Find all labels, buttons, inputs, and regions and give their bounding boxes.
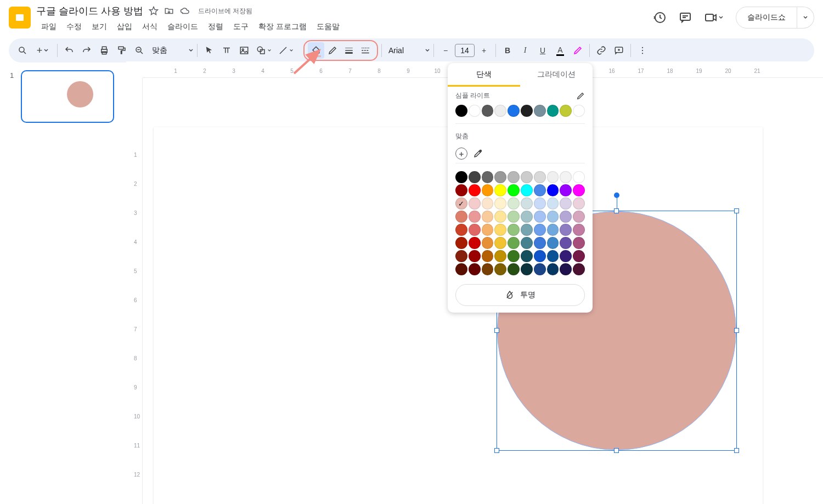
menu-format[interactable]: 서식 (137, 20, 162, 34)
save-status: 드라이브에 저장됨 (198, 7, 252, 16)
border-dash-button[interactable] (357, 42, 374, 59)
slideshow-dropdown[interactable] (797, 7, 814, 29)
underline-icon[interactable]: U (534, 42, 551, 59)
svg-rect-11 (240, 47, 248, 54)
comment-add-icon[interactable] (611, 42, 627, 59)
font-size-decrease[interactable]: − (437, 42, 454, 59)
svg-marker-2 (150, 7, 158, 15)
image-icon[interactable] (236, 42, 252, 59)
menu-slide[interactable]: 슬라이드 (162, 20, 203, 34)
cloud-saved-icon[interactable] (179, 6, 190, 16)
font-dropdown[interactable]: Arial (385, 46, 430, 55)
link-icon[interactable] (593, 42, 610, 59)
text-color-icon[interactable]: A (552, 42, 568, 59)
svg-point-5 (19, 47, 24, 52)
font-size-input[interactable]: 14 (455, 44, 475, 57)
menu-insert[interactable]: 삽입 (112, 20, 137, 34)
svg-point-21 (642, 53, 643, 54)
print-icon[interactable] (96, 42, 112, 59)
shape-icon[interactable] (253, 42, 274, 59)
search-icon[interactable] (14, 42, 31, 59)
history-icon[interactable] (653, 11, 667, 24)
fill-color-button[interactable] (308, 42, 324, 59)
menu-view[interactable]: 보기 (87, 20, 112, 34)
menu-edit[interactable]: 수정 (61, 20, 87, 34)
menu-tools[interactable]: 도구 (228, 20, 253, 34)
select-tool-icon[interactable] (201, 42, 217, 59)
menu-file[interactable]: 파일 (36, 20, 61, 34)
zoom-dropdown[interactable]: 맞춤 (149, 46, 194, 55)
textbox-icon[interactable] (218, 42, 235, 59)
highlight-color-icon[interactable] (570, 42, 586, 59)
svg-point-20 (642, 50, 643, 51)
svg-rect-3 (680, 13, 690, 20)
more-icon[interactable] (634, 42, 651, 59)
paint-format-icon[interactable] (114, 42, 130, 59)
slideshow-button[interactable]: 슬라이드쇼 (736, 7, 797, 29)
comments-icon[interactable] (679, 11, 692, 24)
svg-rect-7 (102, 47, 106, 49)
line-icon[interactable] (275, 42, 296, 59)
bold-icon[interactable]: B (499, 42, 516, 59)
meet-icon[interactable] (704, 11, 724, 24)
font-size-increase[interactable]: + (476, 42, 492, 59)
zoom-out-icon[interactable] (131, 42, 148, 59)
slides-logo[interactable] (9, 7, 31, 29)
svg-point-19 (642, 47, 643, 48)
menu-extensions[interactable]: 확장 프로그램 (253, 20, 312, 34)
move-folder-icon[interactable] (164, 6, 174, 16)
italic-icon[interactable]: I (517, 42, 533, 59)
doc-title[interactable]: 구글 슬라이드 사용 방법 (36, 4, 143, 18)
menu-arrange[interactable]: 정렬 (203, 20, 228, 34)
redo-icon[interactable] (78, 42, 95, 59)
undo-icon[interactable] (61, 42, 77, 59)
svg-rect-4 (706, 14, 713, 21)
new-slide-button[interactable]: + (32, 42, 54, 59)
svg-rect-1 (16, 14, 24, 21)
svg-rect-9 (119, 47, 123, 49)
border-weight-button[interactable] (341, 42, 357, 59)
star-icon[interactable] (149, 6, 159, 16)
menu-help[interactable]: 도움말 (312, 20, 345, 34)
border-color-button[interactable] (324, 42, 341, 59)
